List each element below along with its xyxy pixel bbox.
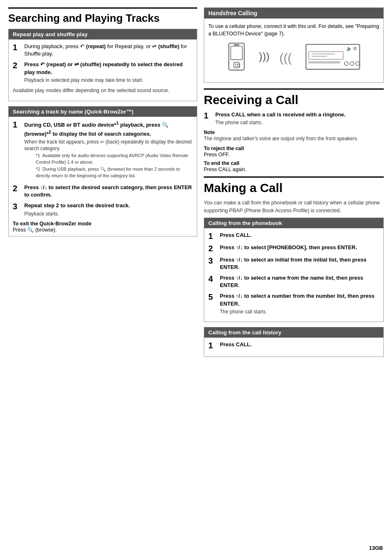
step-number: 3 bbox=[13, 202, 24, 211]
phonebook-step-2: 2 Press ↑/↓ to select [PHONEBOOK], then … bbox=[208, 244, 379, 253]
svg-text:🔈: 🔈 bbox=[346, 46, 352, 51]
making-intro: You can make a call from the phonebook o… bbox=[204, 199, 384, 214]
diagram-area: ))) ((( bbox=[208, 42, 379, 73]
note-text: The ringtone and talker's voice are outp… bbox=[204, 135, 384, 142]
phonebook-section: Calling from the phonebook 1 Press CALL.… bbox=[204, 218, 384, 322]
step-sub: The phone call starts. bbox=[220, 308, 379, 315]
phonebook-steps: 1 Press CALL. 2 Press ↑/↓ to select [PHO… bbox=[208, 232, 379, 315]
svg-point-6 bbox=[239, 64, 240, 65]
step-number: 2 bbox=[13, 184, 24, 193]
svg-text:⚙: ⚙ bbox=[353, 46, 357, 51]
browse-steps-list: 1 During CD, USB or BT audio device*1 pl… bbox=[13, 120, 193, 217]
main-title: Searching and Playing Tracks bbox=[8, 7, 197, 25]
step-content: Repeat step 2 to search the desired trac… bbox=[24, 202, 193, 217]
step-number: 1 bbox=[208, 232, 220, 241]
waves-svg: ))) bbox=[259, 48, 275, 68]
step-sub: When the track list appears, press ↩ (ba… bbox=[24, 139, 193, 152]
svg-point-7 bbox=[235, 66, 236, 67]
svg-rect-21 bbox=[309, 62, 340, 63]
svg-point-8 bbox=[237, 66, 238, 67]
browse-step-3: 3 Repeat step 2 to search the desired tr… bbox=[13, 202, 193, 217]
receiving-step-1: 1 Press CALL when a call is received wit… bbox=[204, 111, 384, 126]
step-sub: The phone call starts. bbox=[215, 119, 384, 126]
browse-section-header: Searching a track by name (Quick-BrowZer… bbox=[9, 107, 197, 117]
repeat-section-header: Repeat play and shuffle play bbox=[9, 29, 197, 39]
phonebook-step-4: 4 Press ↑/↓ to select a name from the na… bbox=[208, 274, 379, 289]
step-bold: Press CALL when a call is received with … bbox=[215, 111, 346, 118]
step-content: Press CALL when a call is received with … bbox=[215, 111, 384, 126]
exit-label: To exit the Quick-BrowZer mode bbox=[13, 221, 91, 227]
step-bold: Press CALL. bbox=[220, 232, 251, 238]
callhistory-step-1: 1 Press CALL. bbox=[208, 341, 379, 350]
step-content: Press ↑/↓ to select [PHONEBOOK], then pr… bbox=[220, 244, 379, 251]
svg-point-9 bbox=[239, 66, 240, 67]
end-action: To end the call Press CALL again. bbox=[204, 160, 384, 172]
handsfree-text: To use a cellular phone, connect it with… bbox=[208, 23, 379, 37]
callhistory-section: Calling from the call history 1 Press CA… bbox=[204, 327, 384, 357]
to-exit: To exit the Quick-BrowZer mode Press 🔍 (… bbox=[13, 220, 193, 233]
receiving-steps: 1 Press CALL when a call is received wit… bbox=[204, 111, 384, 126]
svg-point-18 bbox=[344, 62, 348, 65]
step-number: 1 bbox=[208, 341, 220, 350]
step-number: 5 bbox=[208, 292, 220, 301]
reject-label: To reject the call bbox=[204, 146, 244, 151]
step-bold: Press ↑/↓ to select an initial from the … bbox=[220, 257, 367, 270]
page: Searching and Playing Tracks Repeat play… bbox=[0, 0, 392, 556]
repeat-section: Repeat play and shuffle play 1 During pl… bbox=[8, 29, 197, 101]
repeat-steps-list: 1 During playback, press ↶ (repeat) for … bbox=[13, 43, 193, 83]
end-val: Press CALL again. bbox=[204, 167, 247, 172]
svg-text:(((: ((( bbox=[279, 51, 292, 65]
note-block: Note The ringtone and talker's voice are… bbox=[204, 130, 384, 142]
step-number: 1 bbox=[13, 43, 24, 52]
handsfree-header: Handsfree Calling bbox=[204, 8, 383, 19]
wave-area: ))) bbox=[259, 48, 275, 68]
step-bold: During playback, press ↶ (repeat) for Re… bbox=[24, 43, 187, 57]
handsfree-body: To use a cellular phone, connect it with… bbox=[204, 19, 383, 82]
step-number: 3 bbox=[208, 256, 220, 265]
step-bold: Press ↶ (repeat) or ⇌ (shuffle) repeated… bbox=[24, 61, 182, 75]
svg-rect-0 bbox=[229, 43, 244, 70]
step-number: 1 bbox=[13, 120, 24, 129]
left-column: Searching and Playing Tracks Repeat play… bbox=[8, 7, 197, 548]
step-content: Press ↶ (repeat) or ⇌ (shuffle) repeated… bbox=[24, 61, 193, 83]
step-number: 2 bbox=[208, 244, 220, 253]
svg-point-20 bbox=[356, 62, 360, 65]
step-bold: Press CALL. bbox=[220, 341, 251, 348]
step-sub: Playback starts. bbox=[24, 211, 193, 217]
svg-rect-3 bbox=[234, 63, 239, 68]
step-sub: Playback in selected play mode may take … bbox=[24, 77, 193, 83]
step-bold: Repeat step 2 to search the desired trac… bbox=[24, 202, 130, 208]
svg-point-5 bbox=[237, 64, 238, 65]
phonebook-step-5: 5 Press ↑/↓ to select a number from the … bbox=[208, 292, 379, 315]
step-content: Press ↑/↓ to select a number from the nu… bbox=[220, 292, 379, 315]
big-wave-area: ((( bbox=[279, 48, 300, 68]
step-content: During CD, USB or BT audio device*1 play… bbox=[24, 120, 193, 181]
svg-rect-2 bbox=[234, 44, 239, 46]
phonebook-step-3: 3 Press ↑/↓ to select an initial from th… bbox=[208, 256, 379, 271]
repeat-footer: Available play modes differ depending on… bbox=[13, 87, 193, 94]
phone-svg bbox=[226, 42, 255, 73]
step-bold: Press ↑/↓ to select a number from the nu… bbox=[220, 293, 374, 306]
svg-rect-15 bbox=[309, 52, 343, 60]
svg-point-4 bbox=[235, 64, 236, 65]
handsfree-section: Handsfree Calling To use a cellular phon… bbox=[204, 7, 384, 83]
repeat-step-1: 1 During playback, press ↶ (repeat) for … bbox=[13, 43, 193, 58]
step-bold: During CD, USB or BT audio device*1 play… bbox=[24, 122, 168, 137]
note-label: Note bbox=[204, 130, 384, 135]
phonebook-header: Calling from the phonebook bbox=[204, 218, 383, 228]
step-content: Press ↑/↓ to select a name from the name… bbox=[220, 274, 379, 289]
svg-rect-1 bbox=[231, 46, 242, 60]
page-number: 13GB bbox=[369, 545, 383, 551]
callhistory-header: Calling from the call history bbox=[204, 327, 383, 338]
svg-point-19 bbox=[350, 62, 354, 65]
end-label: To end the call bbox=[204, 160, 240, 166]
step-content: Press CALL. bbox=[220, 232, 379, 239]
step-number: 4 bbox=[208, 274, 220, 283]
footnote-2: *2 During USB playback, press 🔍 (browse)… bbox=[36, 166, 193, 179]
footnote-1: *1 Available only for audio devices supp… bbox=[36, 153, 193, 165]
callhistory-steps: 1 Press CALL. bbox=[208, 341, 379, 350]
step-number: 2 bbox=[13, 61, 24, 70]
exit-val: Press 🔍 (browse). bbox=[13, 227, 193, 233]
svg-text:))): ))) bbox=[259, 50, 270, 63]
browse-section: Searching a track by name (Quick-BrowZer… bbox=[8, 106, 197, 236]
